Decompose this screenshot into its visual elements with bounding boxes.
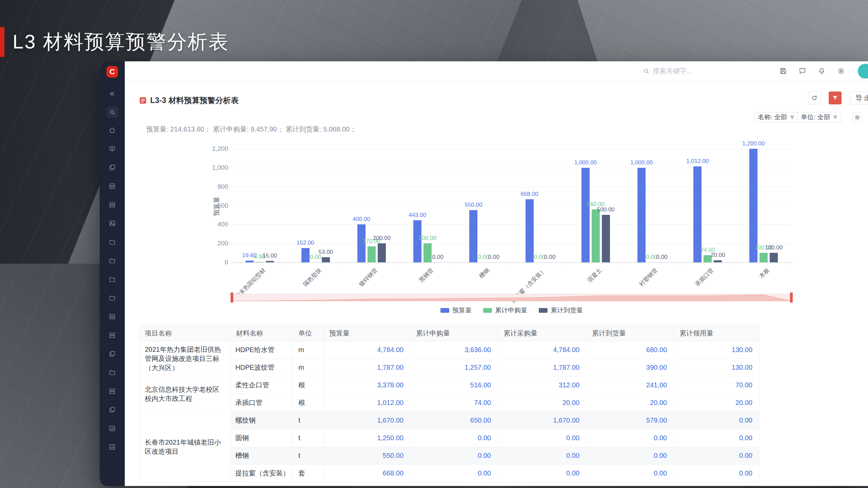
bar-series2-cat0[interactable] bbox=[266, 261, 274, 262]
cell-requisition-qty[interactable]: 74.00 bbox=[411, 394, 498, 412]
sidebar-icon-stack[interactable] bbox=[108, 201, 116, 208]
bar-series2-cat2[interactable] bbox=[378, 243, 386, 262]
bar-series2-cat9[interactable] bbox=[770, 253, 778, 262]
cell-usage-qty[interactable]: 20.00 bbox=[674, 394, 760, 412]
x-axis-tick bbox=[624, 262, 624, 264]
sidebar-icon-stack[interactable] bbox=[108, 182, 116, 190]
cell-purchase-qty[interactable]: 1,787.00 bbox=[498, 359, 587, 377]
bar-series2-cat6[interactable] bbox=[602, 215, 610, 262]
table-row[interactable]: HDPE波纹管m1,787.001,257.001,787.00390.0013… bbox=[139, 359, 760, 377]
table-row[interactable]: 槽钢t550.000.000.000.000.00 bbox=[139, 447, 760, 465]
sidebar-icon-copy[interactable] bbox=[108, 164, 116, 171]
bar-series2-cat1[interactable] bbox=[322, 257, 330, 262]
cell-usage-qty[interactable]: 0.00 bbox=[674, 429, 760, 447]
cell-requisition-qty[interactable]: 1,257.00 bbox=[411, 359, 498, 377]
sidebar-icon-stack[interactable] bbox=[108, 313, 116, 320]
global-search[interactable] bbox=[643, 61, 734, 81]
bar-series0-cat0[interactable] bbox=[245, 261, 254, 262]
cell-usage-qty[interactable]: 70.00 bbox=[674, 377, 760, 394]
cell-usage-qty[interactable]: 0.00 bbox=[674, 412, 760, 429]
message-icon[interactable] bbox=[798, 67, 806, 75]
sidebar-icon-folder[interactable] bbox=[108, 257, 116, 264]
sidebar-icon-folder[interactable] bbox=[108, 238, 116, 246]
cell-usage-qty[interactable]: 130.00 bbox=[674, 359, 760, 377]
bar-series0-cat7[interactable] bbox=[637, 168, 646, 262]
sidebar-icon-chart[interactable] bbox=[108, 425, 116, 432]
bar-series1-cat2[interactable] bbox=[368, 246, 376, 262]
bar-series1-cat0[interactable] bbox=[256, 262, 264, 263]
sidebar-icon-stack[interactable] bbox=[108, 387, 116, 395]
sidebar-icon-monitor[interactable] bbox=[108, 145, 116, 152]
cell-budget-qty[interactable]: 668.00 bbox=[324, 465, 411, 482]
cell-usage-qty[interactable]: 0.00 bbox=[674, 447, 760, 465]
sidebar-search-icon[interactable] bbox=[107, 107, 118, 118]
table-row[interactable]: 北京信息科技大学老校区校内大市政工程柔性企口管根3,378.00516.0031… bbox=[139, 377, 760, 394]
sidebar-icon-copy[interactable] bbox=[108, 350, 116, 358]
datazoom-handle-left[interactable] bbox=[231, 292, 233, 303]
cell-requisition-qty[interactable]: 0.00 bbox=[411, 447, 498, 465]
column-header: 累计领用量 bbox=[674, 326, 760, 341]
sidebar-icon-copy[interactable] bbox=[108, 406, 116, 413]
cell-arrival-qty[interactable]: 390.00 bbox=[587, 359, 674, 377]
cell-arrival-qty[interactable]: 0.00 bbox=[587, 465, 674, 482]
cell-budget-qty[interactable]: 4,784.00 bbox=[324, 341, 411, 359]
cell-budget-qty[interactable]: 1,012.00 bbox=[324, 394, 411, 412]
user-avatar[interactable] bbox=[858, 64, 868, 79]
legend-item-1[interactable]: 累计申购量 bbox=[483, 306, 527, 315]
cell-usage-qty[interactable]: 130.00 bbox=[674, 341, 760, 359]
bar-value-label: 0.00 bbox=[476, 254, 511, 261]
cell-budget-qty[interactable]: 1,250.00 bbox=[324, 429, 411, 447]
cell-requisition-qty[interactable]: 0.00 bbox=[411, 429, 498, 447]
datazoom-handle-right[interactable] bbox=[790, 292, 793, 303]
save-icon[interactable] bbox=[779, 67, 787, 75]
cell-usage-qty[interactable]: 0.00 bbox=[674, 465, 760, 482]
cell-arrival-qty[interactable]: 241.00 bbox=[587, 377, 674, 394]
cell-purchase-qty[interactable]: 20.00 bbox=[498, 394, 587, 412]
cell-requisition-qty[interactable]: 0.00 bbox=[411, 465, 498, 482]
cell-requisition-qty[interactable]: 650.00 bbox=[411, 412, 498, 429]
sidebar-icon-chart[interactable] bbox=[108, 443, 116, 451]
table-row[interactable]: 承插口管根1,012.0074.0020.0020.0020.00 bbox=[139, 394, 760, 412]
cell-requisition-qty[interactable]: 516.00 bbox=[411, 377, 498, 394]
cell-purchase-qty[interactable]: 0.00 bbox=[498, 447, 587, 465]
datazoom-slider[interactable] bbox=[232, 294, 792, 301]
sidebar-icon-folder[interactable] bbox=[108, 369, 116, 376]
table-row[interactable]: 提拉窗（含安装）套668.000.000.000.000.00 bbox=[139, 465, 760, 482]
cell-budget-qty[interactable]: 550.00 bbox=[324, 447, 411, 465]
bar-series1-cat6[interactable] bbox=[592, 209, 600, 262]
sidebar-icon-folder[interactable] bbox=[108, 294, 116, 302]
app-logo[interactable]: C bbox=[106, 66, 118, 78]
cell-purchase-qty[interactable]: 0.00 bbox=[498, 465, 587, 482]
bar-series1-cat9[interactable] bbox=[760, 253, 768, 262]
y-axis-label: 800 bbox=[198, 183, 228, 190]
cell-budget-qty[interactable]: 3,378.00 bbox=[324, 377, 411, 394]
cell-arrival-qty[interactable]: 0.00 bbox=[587, 429, 674, 447]
cell-purchase-qty[interactable]: 1,670.00 bbox=[498, 412, 587, 429]
legend-item-0[interactable]: 预算量 bbox=[440, 306, 472, 315]
cell-arrival-qty[interactable]: 0.00 bbox=[587, 447, 674, 465]
cell-budget-qty[interactable]: 1,787.00 bbox=[324, 359, 411, 377]
cell-budget-qty[interactable]: 1,670.00 bbox=[324, 412, 411, 429]
cell-arrival-qty[interactable]: 579.00 bbox=[587, 412, 674, 429]
table-row[interactable]: 长春市2021年城镇老旧小区改造项目螺纹钢t1,670.00650.001,67… bbox=[139, 412, 760, 429]
sidebar-icon-home[interactable] bbox=[108, 126, 116, 134]
sidebar-icon-folder[interactable] bbox=[108, 276, 116, 283]
cell-requisition-qty[interactable]: 3,636.00 bbox=[411, 341, 498, 359]
bell-icon[interactable] bbox=[818, 67, 826, 75]
gear-icon[interactable] bbox=[837, 67, 845, 75]
table-row[interactable]: 2021年热力集团老旧供热管网及设施改造项目三标（大兴区）HDPE给水管m4,7… bbox=[139, 341, 760, 359]
cell-purchase-qty[interactable]: 0.00 bbox=[498, 429, 587, 447]
cell-purchase-qty[interactable]: 4,784.00 bbox=[498, 341, 587, 359]
search-input[interactable] bbox=[653, 67, 734, 75]
collapse-sidebar-icon[interactable]: « bbox=[110, 89, 115, 97]
legend-item-2[interactable]: 累计到货量 bbox=[539, 306, 583, 315]
bar-series2-cat8[interactable] bbox=[714, 260, 722, 262]
sidebar-icon-stack[interactable] bbox=[108, 331, 116, 339]
cell-arrival-qty[interactable]: 680.00 bbox=[587, 341, 674, 359]
cell-purchase-qty[interactable]: 312.00 bbox=[498, 377, 587, 394]
sidebar-icon-image[interactable] bbox=[108, 220, 116, 227]
table-row[interactable]: 圆钢t1,250.000.000.000.000.00 bbox=[139, 429, 760, 447]
cell-arrival-qty[interactable]: 20.00 bbox=[587, 394, 674, 412]
bar-series0-cat5[interactable] bbox=[526, 199, 534, 262]
bar-series0-cat6[interactable] bbox=[581, 168, 590, 262]
